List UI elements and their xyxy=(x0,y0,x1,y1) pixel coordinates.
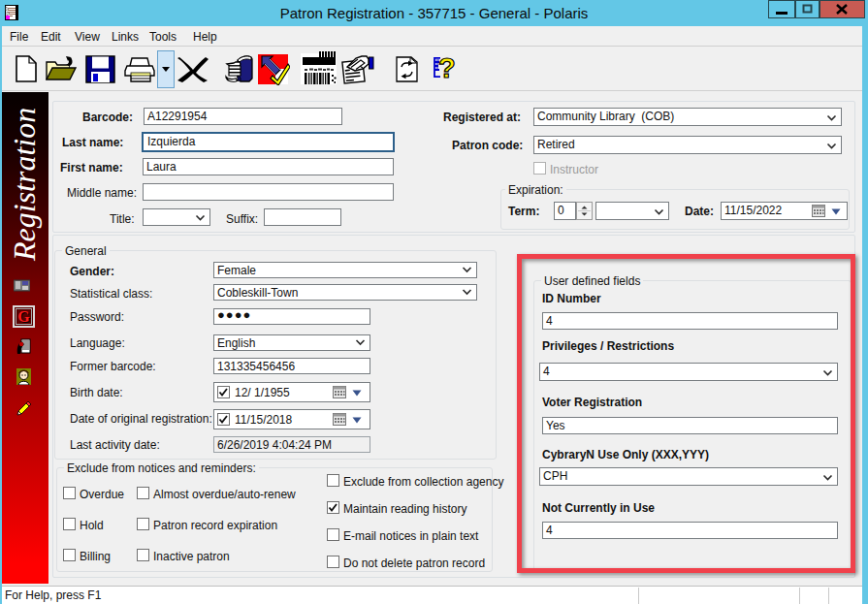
svg-text:?: ? xyxy=(438,54,456,83)
